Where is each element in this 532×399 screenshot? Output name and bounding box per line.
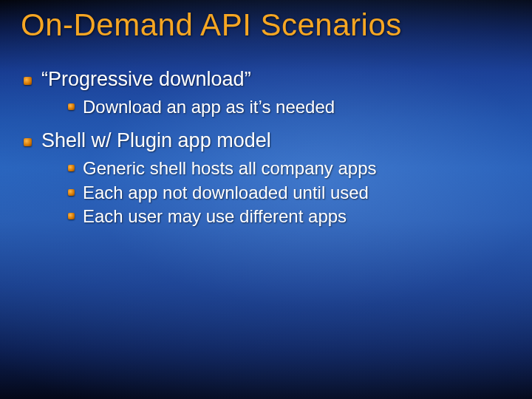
list-item-label: Each app not downloaded until used (83, 183, 369, 202)
list-item-label: Each user may use different apps (83, 206, 347, 226)
list-item: “Progressive download” Download an app a… (22, 68, 511, 119)
slide-title: On-Demand API Scenarios (21, 7, 511, 43)
list-item: Generic shell hosts all company apps (66, 157, 511, 180)
list-item-label: “Progressive download” (41, 68, 251, 90)
list-item: Download an app as it’s needed (66, 95, 511, 119)
bullet-list-level2: Generic shell hosts all company apps Eac… (41, 157, 511, 228)
list-item: Each app not downloaded until used (66, 181, 511, 205)
list-item: Shell w/ Plugin app model Generic shell … (22, 129, 511, 228)
list-item: Each user may use different apps (66, 205, 511, 228)
bullet-list-level2: Download an app as it’s needed (41, 95, 511, 119)
list-item-label: Generic shell hosts all company apps (83, 158, 377, 178)
slide: On-Demand API Scenarios “Progressive dow… (0, 0, 532, 399)
list-item-label: Download an app as it’s needed (83, 97, 335, 117)
list-item-label: Shell w/ Plugin app model (41, 129, 271, 151)
bullet-list-level1: “Progressive download” Download an app a… (21, 68, 511, 229)
